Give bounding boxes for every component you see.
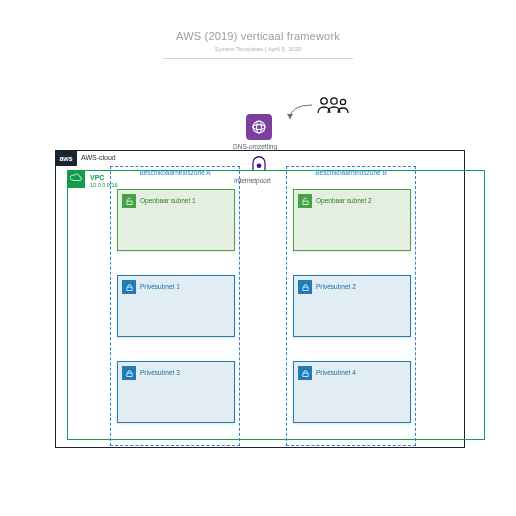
subnet-label: Openbaar subnet 1 [140,197,196,204]
private-subnet-1: Privésubnet 1 [117,275,235,337]
dns-label: DNS-omzetting [233,143,277,150]
availability-zone-a: Beschikbaarheidszone A Openbaar subnet 1… [110,166,240,446]
aws-cloud-label: AWS-cloud [81,154,116,161]
public-subnet-2: Openbaar subnet 2 [293,189,411,251]
author: System Templates [214,46,263,52]
lock-closed-icon [298,280,312,294]
az-a-title: Beschikbaarheidszone A [111,167,239,178]
arrow-users-to-dns [276,101,316,125]
lock-open-icon [298,194,312,208]
subnet-label: Privésubnet 4 [316,369,356,376]
private-subnet-4: Privésubnet 4 [293,361,411,423]
lock-closed-icon [122,366,136,380]
availability-zone-b: Beschikbaarheidszone B Openbaar subnet 2… [286,166,416,446]
subnet-label: Openbaar subnet 2 [316,197,372,204]
users-icon [315,95,349,118]
private-subnet-2: Privésubnet 2 [293,275,411,337]
aws-cloud-icon: aws [55,150,77,166]
header: AWS (2019) verticaal framework System Te… [0,0,516,59]
lock-open-icon [122,194,136,208]
az-b-title: Beschikbaarheidszone B [287,167,415,178]
page-title: AWS (2019) verticaal framework [0,30,516,42]
svg-point-4 [253,125,265,130]
page-meta: System Templates | April 5, 2020 [0,46,516,52]
lock-closed-icon [122,280,136,294]
private-subnet-3: Privésubnet 3 [117,361,235,423]
svg-point-5 [257,121,262,133]
svg-point-0 [321,98,327,104]
public-subnet-1: Openbaar subnet 1 [117,189,235,251]
vpc-icon [67,170,85,188]
vpc-label: VPC [90,174,104,181]
date: April 5, 2020 [268,46,302,52]
route53-icon [246,114,272,140]
svg-point-3 [253,121,265,133]
subnet-label: Privésubnet 3 [140,369,180,376]
subnet-label: Privésubnet 2 [316,283,356,290]
subnet-label: Privésubnet 1 [140,283,180,290]
svg-point-2 [340,99,345,104]
header-divider [163,58,353,59]
svg-point-1 [331,98,337,104]
lock-closed-icon [298,366,312,380]
